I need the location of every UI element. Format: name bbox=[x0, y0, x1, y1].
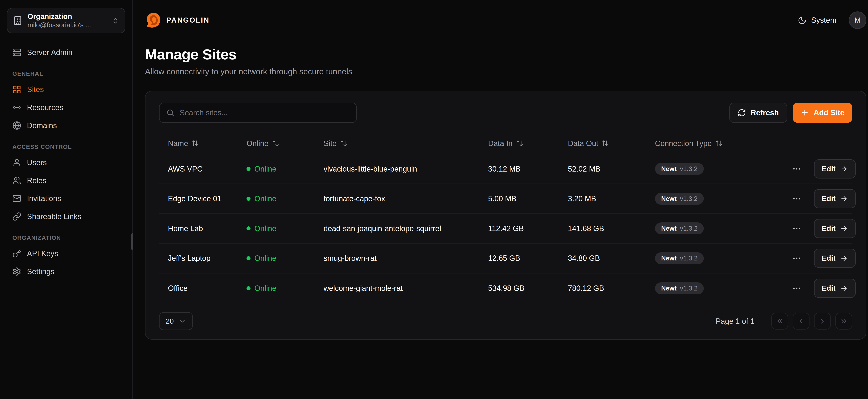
arrow-right-icon bbox=[840, 284, 848, 292]
cell-data-out: 52.02 MB bbox=[568, 164, 655, 173]
sidebar-nav: Server Admin GENERAL Sites Resources bbox=[7, 43, 125, 281]
sidebar-item-roles[interactable]: Roles bbox=[7, 172, 125, 190]
column-header-online[interactable]: Online bbox=[247, 139, 323, 148]
cell-site: dead-san-joaquin-antelope-squirrel bbox=[323, 224, 488, 233]
column-header-site[interactable]: Site bbox=[323, 139, 488, 148]
sidebar-item-invitations[interactable]: Invitations bbox=[7, 189, 125, 208]
cell-data-in: 5.00 MB bbox=[488, 194, 568, 203]
prev-page-button[interactable] bbox=[793, 313, 809, 330]
column-header-connection-type[interactable]: Connection Type bbox=[655, 139, 790, 148]
connection-version: v1.3.2 bbox=[680, 165, 698, 173]
arrow-right-icon bbox=[840, 165, 848, 173]
sidebar-item-label: Resources bbox=[27, 103, 63, 112]
sidebar-item-domains[interactable]: Domains bbox=[7, 117, 125, 134]
row-menu-button[interactable] bbox=[790, 281, 804, 295]
edit-button[interactable]: Edit bbox=[814, 279, 856, 298]
search-box bbox=[159, 103, 357, 123]
column-header-data-out[interactable]: Data Out bbox=[568, 139, 655, 148]
sidebar-item-sites[interactable]: Sites bbox=[7, 81, 125, 99]
page-title: Manage Sites bbox=[145, 46, 866, 63]
online-dot bbox=[247, 226, 250, 231]
sort-icon bbox=[715, 140, 722, 147]
edit-label: Edit bbox=[822, 165, 836, 173]
sort-icon bbox=[601, 140, 609, 147]
cell-data-in: 12.65 GB bbox=[488, 254, 568, 263]
row-menu-button[interactable] bbox=[790, 162, 804, 176]
search-input[interactable] bbox=[180, 109, 349, 117]
cell-actions: Edit bbox=[790, 279, 856, 298]
column-header-data-in[interactable]: Data In bbox=[488, 139, 568, 148]
connection-type-badge: Newt v1.3.2 bbox=[655, 222, 704, 235]
sidebar-resize-handle[interactable] bbox=[131, 233, 133, 250]
sidebar-item-shareable-links[interactable]: Shareable Links bbox=[7, 208, 125, 225]
topbar-right: System M bbox=[798, 11, 866, 29]
table-row: Home Lab Online dead-san-joaquin-antelop… bbox=[159, 214, 852, 244]
sidebar-item-settings[interactable]: Settings bbox=[7, 263, 125, 281]
arrow-right-icon bbox=[840, 224, 848, 232]
add-site-button[interactable]: Add Site bbox=[793, 103, 852, 123]
connection-type-badge: Newt v1.3.2 bbox=[655, 282, 704, 294]
connection-version: v1.3.2 bbox=[680, 284, 698, 292]
ellipsis-icon bbox=[792, 283, 802, 293]
org-selector-title: Organization bbox=[27, 12, 107, 21]
edit-button[interactable]: Edit bbox=[814, 159, 856, 179]
cell-data-out: 780.12 GB bbox=[568, 284, 655, 293]
last-page-button[interactable] bbox=[835, 313, 852, 330]
search-icon bbox=[166, 109, 175, 117]
column-header-label: Site bbox=[323, 139, 337, 148]
first-page-button[interactable] bbox=[771, 313, 788, 330]
cell-name: Office bbox=[168, 284, 247, 293]
sidebar-item-api-keys[interactable]: API Keys bbox=[7, 245, 125, 263]
online-dot bbox=[247, 256, 250, 260]
online-status-label: Online bbox=[254, 284, 276, 293]
key-icon bbox=[12, 249, 21, 258]
online-dot bbox=[247, 167, 250, 171]
refresh-button[interactable]: Refresh bbox=[729, 103, 787, 123]
sidebar-item-users[interactable]: Users bbox=[7, 153, 125, 172]
row-menu-button[interactable] bbox=[790, 221, 804, 236]
org-selector[interactable]: Organization milo@fossorial.io's ... bbox=[7, 8, 125, 33]
edit-button[interactable]: Edit bbox=[814, 219, 856, 238]
column-header-name[interactable]: Name bbox=[168, 139, 247, 148]
edit-button[interactable]: Edit bbox=[814, 189, 856, 208]
brand-home-link[interactable]: PANGOLIN bbox=[145, 12, 210, 29]
pagination: Page 1 of 1 bbox=[716, 313, 852, 330]
cell-name: Edge Device 01 bbox=[168, 194, 247, 203]
chevrons-up-down-icon bbox=[112, 17, 119, 24]
user-icon bbox=[12, 158, 21, 167]
chevrons-right-icon bbox=[840, 317, 848, 325]
chevron-left-icon bbox=[797, 317, 805, 325]
online-status-label: Online bbox=[254, 164, 276, 173]
org-text: Organization milo@fossorial.io's ... bbox=[27, 12, 107, 29]
sidebar-item-server-admin[interactable]: Server Admin bbox=[7, 43, 125, 61]
row-menu-button[interactable] bbox=[790, 251, 804, 265]
sidebar-item-resources[interactable]: Resources bbox=[7, 98, 125, 117]
edit-label: Edit bbox=[822, 194, 836, 203]
cell-online: Online bbox=[247, 224, 323, 233]
sort-icon bbox=[340, 140, 347, 147]
edit-button[interactable]: Edit bbox=[814, 249, 856, 268]
theme-selector[interactable]: System bbox=[798, 16, 836, 25]
pangolin-logo-icon bbox=[145, 12, 162, 29]
user-avatar[interactable]: M bbox=[849, 11, 866, 29]
sidebar: Organization milo@fossorial.io's ... Ser… bbox=[0, 0, 133, 399]
cell-site: welcome-giant-mole-rat bbox=[323, 284, 488, 293]
next-page-button[interactable] bbox=[814, 313, 831, 330]
row-menu-button[interactable] bbox=[790, 192, 804, 206]
table-row: Edge Device 01 Online fortunate-cape-fox… bbox=[159, 184, 852, 214]
cell-actions: Edit bbox=[790, 189, 856, 208]
arrow-right-icon bbox=[840, 254, 848, 262]
ellipsis-icon bbox=[792, 164, 802, 174]
sidebar-item-label: Domains bbox=[27, 121, 57, 130]
page-size-select[interactable]: 20 bbox=[159, 312, 193, 330]
gear-icon bbox=[12, 267, 21, 276]
page-info: Page 1 of 1 bbox=[716, 317, 754, 326]
cell-data-in: 30.12 MB bbox=[488, 164, 568, 173]
cell-data-in: 534.98 GB bbox=[488, 284, 568, 293]
refresh-label: Refresh bbox=[751, 109, 779, 117]
section-label-access-control: ACCESS CONTROL bbox=[12, 144, 120, 150]
online-status-label: Online bbox=[254, 194, 276, 203]
column-header-label: Online bbox=[247, 139, 268, 148]
cell-actions: Edit bbox=[790, 159, 856, 179]
cell-online: Online bbox=[247, 284, 323, 293]
